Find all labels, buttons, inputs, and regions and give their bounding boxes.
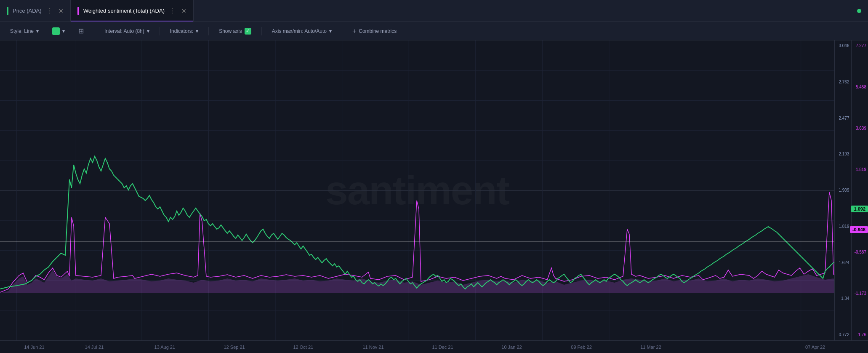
axis-label-134: 1.34	[835, 297, 851, 301]
style-chevron: ▾	[36, 28, 39, 34]
tab-menu-icon-2[interactable]: ⋮	[169, 7, 176, 15]
axis-maxmin-chevron: ▾	[329, 28, 332, 34]
toolbar-separator-2	[160, 27, 160, 35]
axis-label-7277: 7.277	[852, 44, 868, 48]
date-09feb22: 09 Feb 22	[571, 345, 592, 350]
interval-selector[interactable]: Interval: Auto (8h) ▾	[101, 27, 153, 36]
axis-maxmin-selector[interactable]: Axis max/min: Auto/Auto ▾	[269, 27, 335, 36]
toolbar-separator-1	[94, 27, 94, 35]
combine-metrics-button[interactable]: + Combine metrics	[349, 26, 400, 37]
price-badge-green: 1.092	[851, 206, 868, 212]
date-12sep21: 12 Sep 21	[224, 345, 245, 350]
show-axis-label: Show axis	[219, 28, 242, 34]
interval-label: Interval: Auto (8h)	[104, 28, 144, 34]
toolbar-separator-5	[342, 27, 342, 35]
date-07apr22: 07 Apr 22	[805, 345, 825, 350]
date-14jul21: 14 Jul 21	[85, 345, 104, 350]
svg-marker-21	[0, 270, 834, 293]
tab-bar-spacer	[194, 0, 868, 21]
date-14jun21: 14 Jun 21	[24, 345, 44, 350]
axis-label-3046: 3.046	[835, 44, 851, 48]
indicators-chevron: ▾	[196, 28, 198, 34]
candlestick-icon: ⊞	[78, 27, 84, 35]
axis-label-1819-2: 1.819	[852, 168, 868, 172]
app-container: Price (ADA) ⋮ ✕ Weighted sentiment (Tota…	[0, 0, 868, 353]
candlestick-button[interactable]: ⊞	[75, 25, 87, 37]
chart-area: santiment	[0, 40, 868, 340]
tab-price-ada-label: Price (ADA)	[13, 8, 42, 14]
date-11dec21: 11 Dec 21	[432, 345, 453, 350]
tab-price-ada[interactable]: Price (ADA) ⋮ ✕	[0, 0, 71, 21]
tab-menu-icon[interactable]: ⋮	[46, 7, 53, 15]
indicators-selector[interactable]: Indicators: ▾	[167, 27, 202, 36]
axis-label-2762: 2.762	[835, 80, 851, 84]
axis-label-1624: 1.624	[835, 261, 851, 265]
tab-weighted-sentiment-label: Weighted sentiment (Total) (ADA)	[83, 8, 165, 14]
tab-close-icon-2[interactable]: ✕	[181, 8, 186, 14]
toolbar-separator-4	[261, 27, 262, 35]
date-13aug21: 13 Aug 21	[154, 345, 176, 350]
color-chevron: ▾	[62, 28, 65, 34]
axis-label-neg176: -1.76	[852, 333, 868, 337]
chart-svg	[0, 40, 834, 340]
axis-label-neg1173: -1.173	[852, 291, 868, 296]
axis-maxmin-label: Axis max/min: Auto/Auto	[272, 28, 327, 34]
date-axis: 14 Jun 21 14 Jul 21 13 Aug 21 12 Sep 21 …	[0, 340, 868, 353]
price-badge-pink: -0.948	[850, 226, 868, 233]
tab-weighted-sentiment[interactable]: Weighted sentiment (Total) (ADA) ⋮ ✕	[71, 0, 194, 21]
axis-label-1909: 1.909	[835, 188, 851, 193]
axis-label-neg587: -0.587	[852, 250, 868, 254]
axis-label-1819: 1.819	[835, 225, 851, 229]
style-label: Style: Line	[10, 28, 34, 34]
tab-close-icon[interactable]: ✕	[59, 8, 64, 14]
color-swatch-container[interactable]: ▾	[49, 26, 68, 37]
tab-accent-purple	[77, 7, 79, 15]
interval-chevron: ▾	[147, 28, 149, 34]
tab-bar: Price (ADA) ⋮ ✕ Weighted sentiment (Tota…	[0, 0, 868, 22]
status-dot	[857, 9, 861, 13]
color-swatch	[52, 27, 60, 35]
date-10jan22: 10 Jan 22	[501, 345, 522, 350]
toolbar: Style: Line ▾ ▾ ⊞ Interval: Auto (8h) ▾ …	[0, 22, 868, 40]
axis-label-3639: 3.639	[852, 126, 868, 131]
axis-label-2477: 2.477	[835, 116, 851, 120]
toolbar-separator-3	[208, 27, 209, 35]
date-11mar22: 11 Mar 22	[640, 345, 661, 350]
axis-label-0: 0.772	[835, 333, 851, 337]
plus-icon: +	[352, 27, 356, 35]
date-12oct21: 12 Oct 21	[293, 345, 313, 350]
right-axis: 3.046 2.762 2.477 2.193 1.909 1.819 1.62…	[834, 40, 868, 340]
date-11nov21: 11 Nov 21	[362, 345, 383, 350]
show-axis-checkbox[interactable]: ✓	[245, 28, 251, 35]
combine-metrics-label: Combine metrics	[359, 28, 397, 34]
axis-label-2193: 2.193	[835, 152, 851, 156]
tab-accent-green	[7, 7, 8, 15]
show-axis-container[interactable]: Show axis ✓	[216, 26, 255, 36]
indicators-label: Indicators:	[170, 28, 193, 34]
axis-label-5458: 5.458	[852, 85, 868, 89]
style-selector[interactable]: Style: Line ▾	[7, 27, 42, 36]
